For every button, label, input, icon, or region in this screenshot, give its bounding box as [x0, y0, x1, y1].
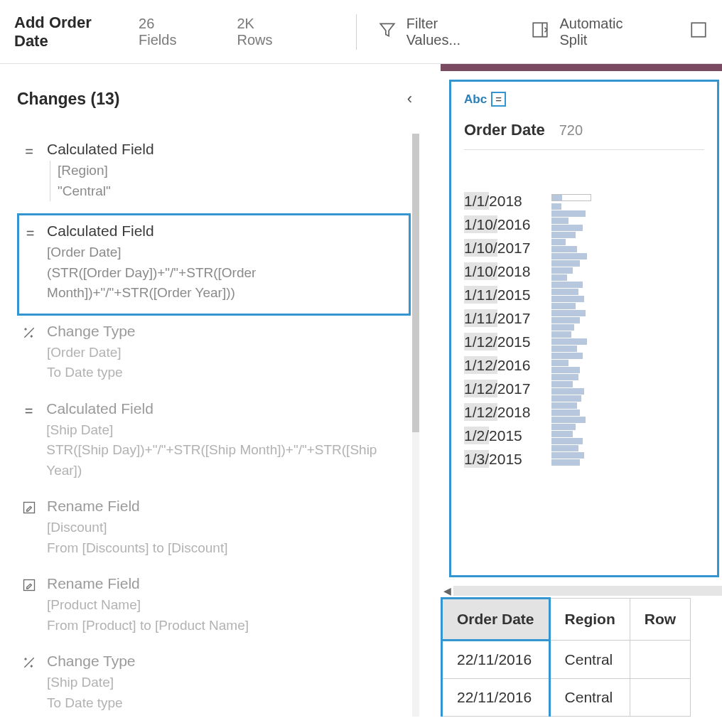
- change-item[interactable]: Rename Field[Product Name]From [Product]…: [17, 568, 411, 646]
- histogram-bar[interactable]: [551, 246, 577, 252]
- data-grid[interactable]: Order DateRegionRow22/11/2016Central22/1…: [441, 597, 691, 717]
- field-type-badge[interactable]: Abc =: [464, 92, 506, 107]
- histogram-bar[interactable]: [551, 388, 584, 395]
- histogram-bar[interactable]: [551, 417, 586, 423]
- change-item[interactable]: =Calculated Field[Region]"Central": [17, 134, 411, 213]
- profile-value-list[interactable]: 1/1/20181/10/20161/10/20171/10/20181/11/…: [464, 193, 530, 468]
- grid-header[interactable]: Order Date: [442, 599, 550, 641]
- table-row[interactable]: 22/11/2016Central: [442, 679, 691, 717]
- profile-value[interactable]: 1/10/2017: [464, 240, 530, 257]
- histogram-bar[interactable]: [551, 431, 573, 437]
- histogram-bar[interactable]: [551, 395, 581, 402]
- change-detail: From [Product] to [Product Name]: [47, 616, 249, 636]
- collapse-changes-button[interactable]: ‹: [400, 85, 419, 112]
- field-name[interactable]: Order Date: [464, 121, 545, 139]
- histogram-bar[interactable]: [551, 331, 571, 338]
- profile-value[interactable]: 1/11/2017: [464, 310, 530, 327]
- histogram-bar[interactable]: [551, 203, 561, 210]
- equals-icon: =: [20, 400, 38, 481]
- histogram-bar[interactable]: [551, 452, 584, 459]
- histogram-bar[interactable]: [551, 445, 578, 451]
- histogram-bar[interactable]: [551, 303, 576, 309]
- change-title: Calculated Field: [47, 223, 403, 240]
- change-detail: (STR([Order Day])+"/"+STR([Order Month])…: [47, 263, 403, 304]
- accent-bar: [441, 64, 722, 71]
- grid-cell[interactable]: Central: [549, 679, 630, 717]
- histogram-bar[interactable]: [551, 267, 573, 274]
- histogram-bar[interactable]: [551, 374, 578, 380]
- histogram-bar[interactable]: [551, 360, 569, 366]
- profile-value[interactable]: 1/12/2016: [464, 357, 530, 374]
- histogram-bar[interactable]: [551, 310, 586, 316]
- histogram-bar[interactable]: [551, 274, 567, 281]
- grid-header[interactable]: Row: [630, 599, 690, 641]
- profile-value[interactable]: 1/1/2018: [464, 193, 530, 210]
- toolbar: Add Order Date 26 Fields 2K Rows Filter …: [0, 0, 722, 64]
- histogram-bar[interactable]: [551, 260, 580, 267]
- automatic-split-button[interactable]: Automatic Split: [531, 16, 650, 48]
- histogram-bar[interactable]: [551, 225, 583, 231]
- histogram-bar[interactable]: [551, 438, 583, 444]
- table-row[interactable]: 22/11/2016Central: [442, 641, 691, 679]
- step-title: Add Order Date: [14, 14, 126, 50]
- profile-value[interactable]: 1/12/2018: [464, 404, 530, 421]
- change-item[interactable]: Rename Field[Discount]From [Discounts] t…: [17, 491, 411, 568]
- histogram-bar[interactable]: [551, 346, 577, 352]
- changes-scrollbar-track[interactable]: [412, 134, 419, 717]
- profile-value[interactable]: 1/11/2015: [464, 287, 530, 304]
- profile-value[interactable]: 1/10/2018: [464, 263, 530, 280]
- histogram-bar[interactable]: [551, 459, 580, 466]
- profile-value[interactable]: 1/12/2015: [464, 333, 530, 350]
- histogram-bar[interactable]: [551, 282, 583, 288]
- grid-cell[interactable]: [630, 641, 690, 679]
- change-detail: To Date type: [47, 363, 136, 383]
- changes-scrollbar-thumb[interactable]: [412, 134, 419, 432]
- change-item[interactable]: =Calculated Field[Ship Date]STR([Ship Da…: [17, 393, 411, 491]
- histogram-bar[interactable]: [551, 296, 584, 302]
- change-item[interactable]: Change Type[Order Date]To Date type: [17, 316, 411, 393]
- histogram-bar[interactable]: [551, 402, 577, 409]
- grid-cell[interactable]: 22/11/2016: [442, 679, 550, 717]
- histogram-bar[interactable]: [551, 210, 586, 217]
- field-profile-card[interactable]: Abc = Order Date 720 1/1/20181/10/20161/…: [449, 80, 719, 577]
- histogram-bar[interactable]: [551, 317, 580, 323]
- change-detail: "Central": [58, 181, 154, 202]
- histogram-bar[interactable]: [551, 410, 580, 416]
- histogram-bar[interactable]: [551, 253, 587, 259]
- profile-value[interactable]: 1/10/2016: [464, 216, 530, 233]
- profile-value[interactable]: 1/2/2015: [464, 427, 530, 444]
- scroll-left-arrow-icon[interactable]: ◀: [441, 585, 453, 596]
- histogram-bar[interactable]: [551, 239, 566, 245]
- grid-cell[interactable]: 22/11/2016: [442, 641, 550, 679]
- grid-cell[interactable]: [630, 679, 690, 717]
- filter-values-button[interactable]: Filter Values...: [378, 16, 492, 48]
- histogram-bar[interactable]: [551, 324, 574, 331]
- grid-header[interactable]: Region: [549, 599, 630, 641]
- changes-heading: Changes (13): [17, 90, 119, 109]
- right-panel: Abc = Order Date 720 1/1/20181/10/20161/…: [441, 64, 722, 728]
- grid-horizontal-scrollbar[interactable]: ◀: [441, 584, 722, 597]
- histogram-bar[interactable]: [551, 367, 580, 373]
- histogram-bar[interactable]: [551, 218, 569, 224]
- histogram-bar[interactable]: [551, 353, 583, 359]
- additional-button[interactable]: [689, 21, 708, 43]
- histogram-bar[interactable]: [551, 338, 587, 345]
- histogram-bar[interactable]: [551, 289, 578, 295]
- profile-value[interactable]: 1/12/2017: [464, 380, 530, 397]
- change-title: Calculated Field: [46, 400, 405, 417]
- histogram-selected-bar[interactable]: [551, 194, 591, 201]
- change-field: [Ship Date]: [47, 673, 136, 693]
- histogram-bar[interactable]: [551, 424, 576, 430]
- profile-histogram[interactable]: [551, 193, 591, 468]
- grid-cell[interactable]: Central: [549, 641, 630, 679]
- change-title: Change Type: [47, 653, 136, 670]
- svg-rect-0: [534, 23, 548, 37]
- histogram-bar[interactable]: [551, 381, 573, 387]
- calculated-indicator-icon: =: [491, 92, 506, 107]
- change-item[interactable]: =Calculated Field[Order Date](STR([Order…: [17, 213, 411, 316]
- histogram-bar[interactable]: [551, 232, 576, 238]
- change-field: [Order Date]: [47, 242, 403, 263]
- profile-value[interactable]: 1/3/2015: [464, 451, 530, 468]
- change-item[interactable]: Change Type[Ship Date]To Date type: [17, 646, 411, 717]
- change-field: [Discount]: [47, 518, 227, 538]
